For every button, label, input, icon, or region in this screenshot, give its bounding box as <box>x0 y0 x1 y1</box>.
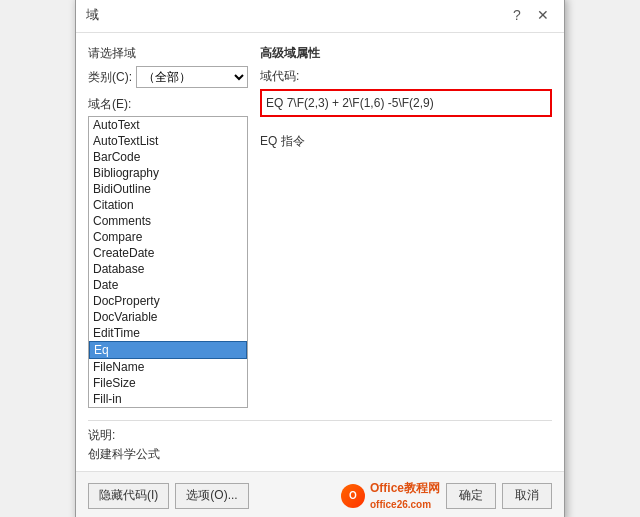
dialog-window: 域 ? ✕ 请选择域 类别(C): （全部） 域名(E): AutoTextAu… <box>75 0 565 517</box>
list-item[interactable]: BarCode <box>89 149 247 165</box>
list-item[interactable]: Comments <box>89 213 247 229</box>
options-button[interactable]: 选项(O)... <box>175 483 248 509</box>
help-button[interactable]: ? <box>506 4 528 26</box>
list-item[interactable]: CreateDate <box>89 245 247 261</box>
list-item[interactable]: Fill-in <box>89 391 247 407</box>
watermark-text: Office教程网 office26.com <box>370 480 440 511</box>
footer-right: O Office教程网 office26.com 确定 取消 <box>341 480 552 511</box>
hide-codes-button[interactable]: 隐藏代码(I) <box>88 483 169 509</box>
field-props-section: 域代码: <box>260 68 552 117</box>
category-row: 类别(C): （全部） <box>88 66 248 88</box>
list-item[interactable]: Date <box>89 277 247 293</box>
field-code-input[interactable] <box>260 89 552 117</box>
watermark: O Office教程网 office26.com <box>341 480 440 511</box>
list-item[interactable]: Database <box>89 261 247 277</box>
dialog-body: 请选择域 类别(C): （全部） 域名(E): AutoTextAutoText… <box>76 33 564 420</box>
list-item[interactable]: Eq <box>89 341 247 359</box>
ok-button[interactable]: 确定 <box>446 483 496 509</box>
field-list[interactable]: AutoTextAutoTextListBarCodeBibliographyB… <box>88 116 248 408</box>
list-item[interactable]: Compare <box>89 229 247 245</box>
right-section-title: 高级域属性 <box>260 45 552 62</box>
desc-title: 说明: <box>88 427 552 444</box>
desc-text: 创建科学公式 <box>88 446 552 463</box>
field-names-label: 域名(E): <box>88 96 248 113</box>
list-item[interactable]: FileSize <box>89 375 247 391</box>
list-item[interactable]: BidiOutline <box>89 181 247 197</box>
dialog-title: 域 <box>86 6 99 24</box>
field-code-label: 域代码: <box>260 68 552 85</box>
list-item[interactable]: FileName <box>89 359 247 375</box>
list-item[interactable]: AutoText <box>89 117 247 133</box>
eq-command-label: EQ 指令 <box>260 133 552 150</box>
close-button[interactable]: ✕ <box>532 4 554 26</box>
left-panel: 请选择域 类别(C): （全部） 域名(E): AutoTextAutoText… <box>88 45 248 408</box>
list-item[interactable]: EditTime <box>89 325 247 341</box>
category-select[interactable]: （全部） <box>136 66 248 88</box>
list-item[interactable]: Bibliography <box>89 165 247 181</box>
list-item[interactable]: DocProperty <box>89 293 247 309</box>
titlebar: 域 ? ✕ <box>76 0 564 33</box>
category-label: 类别(C): <box>88 69 132 86</box>
cancel-button[interactable]: 取消 <box>502 483 552 509</box>
description-area: 说明: 创建科学公式 <box>88 420 552 463</box>
section-label: 请选择域 <box>88 45 248 62</box>
watermark-icon: O <box>341 484 365 508</box>
list-item[interactable]: AutoTextList <box>89 133 247 149</box>
list-item[interactable]: DocVariable <box>89 309 247 325</box>
list-item[interactable]: Citation <box>89 197 247 213</box>
right-panel: 高级域属性 域代码: EQ 指令 <box>260 45 552 408</box>
titlebar-controls: ? ✕ <box>506 4 554 26</box>
dialog-footer: 隐藏代码(I) 选项(O)... O Office教程网 office26.co… <box>76 471 564 517</box>
footer-left: 隐藏代码(I) 选项(O)... <box>88 483 249 509</box>
